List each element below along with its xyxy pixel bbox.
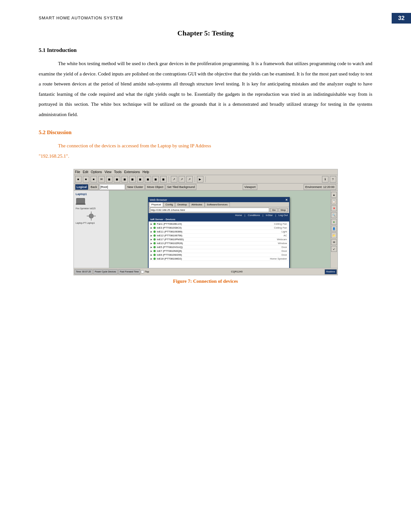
wb-tab-config[interactable]: Config — [163, 202, 175, 207]
toolbar-icon14[interactable]: ↗ — [179, 176, 185, 182]
toolbar-icon8[interactable]: ◼ — [129, 176, 136, 182]
menu-tools[interactable]: Tools — [114, 170, 122, 174]
device-type-8: Door — [268, 253, 287, 256]
device-type-2: Light — [268, 230, 287, 233]
simulator-toolbar2: Logical Back [Root] New Cluster Move Obj… — [74, 183, 338, 191]
right-btn-search[interactable]: 🔍 — [331, 212, 337, 218]
cqr-label: CQR12#0 — [150, 270, 324, 273]
expand-5[interactable]: ▶ — [151, 242, 152, 245]
toolbar-icon16[interactable]: ▶ — [197, 176, 203, 182]
expand-0[interactable]: ▶ — [151, 223, 152, 225]
toolbar-icon3[interactable]: ■ — [91, 176, 97, 182]
move-object-btn[interactable]: Move Object — [145, 184, 165, 190]
toolbar-icon10[interactable]: ◼ — [145, 176, 151, 182]
toolbar-info-btn[interactable]: ℹ — [322, 176, 328, 182]
expand-9[interactable]: ▶ — [151, 258, 152, 260]
wb-device-row-0[interactable]: ▶ Fan1 (PTT0810ELV2) Ceiling Fan — [149, 222, 289, 226]
fire-sprinkler-label: Fire Sprinkler IoE25 — [74, 207, 108, 210]
new-cluster-btn[interactable]: New Cluster — [126, 184, 145, 190]
wb-device-row-9[interactable]: ▶ IoE18 (PTT0810i6D2) Home Speaker — [149, 257, 289, 261]
wb-device-row-4[interactable]: ▶ IoE17 (PTT0810PM3D) Webcam — [149, 238, 289, 241]
right-btn-corner[interactable]: ↙ — [331, 246, 337, 252]
wb-stop-btn[interactable]: Stop — [279, 208, 288, 212]
toolbar-icon15[interactable]: ↗ — [186, 176, 193, 182]
back-label[interactable]: Back — [89, 184, 99, 190]
right-btn-user[interactable]: 👤 — [331, 226, 337, 232]
svg-rect-0 — [76, 198, 85, 203]
device-type-5: Window — [268, 242, 287, 245]
wb-close-btn[interactable]: ✕ — [285, 198, 288, 202]
fast-forward-btn[interactable]: Fast Forward Time — [118, 269, 140, 274]
wb-nav-instar[interactable]: InStar — [266, 214, 273, 217]
expand-8[interactable]: ▶ — [151, 254, 152, 256]
top-checkbox[interactable] — [141, 270, 144, 273]
expand-1[interactable]: ▶ — [151, 227, 152, 229]
section-51-paragraph: The white box testing method will be use… — [39, 59, 372, 120]
device-name-9: IoE18 (PTT0810i6D2) — [157, 257, 267, 260]
device-name-7: IoE7 (PTT0810N0Q6) — [157, 250, 267, 252]
expand-6[interactable]: ▶ — [151, 246, 152, 249]
toolbar-icon4[interactable]: ✉ — [98, 176, 105, 182]
toolbar-icon5[interactable]: ◼ — [106, 176, 113, 182]
menu-edit[interactable]: Edit — [83, 170, 88, 174]
right-btn-up[interactable]: ▲ — [331, 192, 337, 198]
menu-options[interactable]: Options — [91, 170, 102, 174]
toolbar-help-btn[interactable]: ? — [330, 176, 336, 182]
menu-extensions[interactable]: Extensions — [124, 170, 140, 174]
expand-7[interactable]: ▶ — [151, 250, 152, 252]
expand-2[interactable]: ▶ — [151, 231, 152, 233]
wb-nav-logout[interactable]: Log Out — [279, 214, 288, 217]
menu-help[interactable]: Help — [142, 170, 149, 174]
realtime-btn[interactable]: Realtime — [325, 269, 337, 274]
wb-tab-physical[interactable]: Physical — [149, 202, 163, 207]
dot-5 — [153, 242, 156, 244]
toolbar-icon9[interactable]: ◼ — [137, 176, 143, 182]
menu-view[interactable]: View — [104, 170, 112, 174]
menu-file[interactable]: File — [75, 170, 80, 174]
wb-device-row-8[interactable]: ▶ IoE6 (PTT0810W299) Door — [149, 253, 289, 257]
wb-device-row-6[interactable]: ▶ IoE5 (PTT0810VGUQ) Door — [149, 245, 289, 249]
toolbar-icon6[interactable]: ◼ — [114, 176, 120, 182]
svg-point-2 — [89, 214, 93, 218]
wb-tab-software[interactable]: Software/Services — [205, 202, 230, 207]
wb-device-row-1[interactable]: ▶ IoE3 (PTT0810S8C0) Ceiling Fan — [149, 226, 289, 230]
toolbar-icon12[interactable]: ◼ — [160, 176, 167, 182]
wb-nav-home[interactable]: Home — [235, 214, 242, 217]
wb-device-row-3[interactable]: ▶ IoE12 (PTT08106756) AC — [149, 234, 289, 238]
expand-3[interactable]: ▶ — [151, 234, 152, 237]
logical-label[interactable]: Logical — [75, 184, 89, 190]
expand-4[interactable]: ▶ — [151, 238, 152, 241]
toolbar-icon1[interactable]: ■ — [75, 176, 82, 182]
dot-1 — [153, 227, 156, 229]
device-name-4: IoE17 (PTT0810PM3D) — [157, 238, 267, 241]
right-btn-book[interactable]: 📋 — [331, 199, 337, 204]
wb-go-btn[interactable]: Go — [270, 208, 278, 212]
wb-tab-desktop[interactable]: Desktop — [175, 202, 189, 207]
right-btn-folder[interactable]: 📁 — [331, 232, 337, 238]
power-cycle-btn[interactable]: Power Cycle Devices — [93, 269, 118, 274]
toolbar-icon13[interactable]: ↗ — [171, 176, 177, 182]
right-btn-dot[interactable]: ● — [331, 219, 337, 225]
dot-6 — [153, 246, 156, 248]
right-btn-mail[interactable]: ✉ — [331, 239, 337, 245]
wb-url-input[interactable]: http://192.168.25.1/home.html — [150, 208, 269, 212]
set-tiled-btn[interactable]: Set Tiled Background — [166, 184, 197, 190]
root-field[interactable]: [Root] — [99, 184, 125, 190]
toolbar-icon2[interactable]: ■ — [83, 176, 89, 182]
web-browser-popup[interactable]: Web Browser ✕ Physical Config Desktop At… — [148, 197, 290, 274]
sim-left-panel: Laptop1 Fire Sprinkler IoE25 — [74, 191, 109, 275]
wb-device-row-7[interactable]: ▶ IoE7 (PTT0810N0Q6) Door — [149, 249, 289, 253]
device-type-9: Home Speaker — [268, 257, 287, 260]
section-52-paragraph: The connection of the devices is accesse… — [39, 141, 372, 161]
sim-bottom-bar: Time: 00:07:25 Power Cycle Devices Fast … — [74, 268, 338, 275]
right-btn-x[interactable]: ✕ — [331, 205, 337, 211]
wb-device-row-2[interactable]: ▶ IoE11 (PTT08109399) Light — [149, 230, 289, 234]
discussion-text: The connection of the devices is accesse… — [58, 143, 211, 148]
toolbar-icon7[interactable]: ◼ — [122, 176, 128, 182]
device-type-7: Door — [268, 250, 287, 252]
figure-caption: Figure 7: Connection of devices — [173, 279, 238, 284]
wb-device-row-5[interactable]: ▶ IoE13 (PTT0810ZR26) Window — [149, 241, 289, 245]
wb-nav-conditions[interactable]: Conditions — [248, 214, 260, 217]
toolbar-icon11[interactable]: ◼ — [152, 176, 159, 182]
wb-tab-attributes[interactable]: Attributes — [189, 202, 205, 207]
